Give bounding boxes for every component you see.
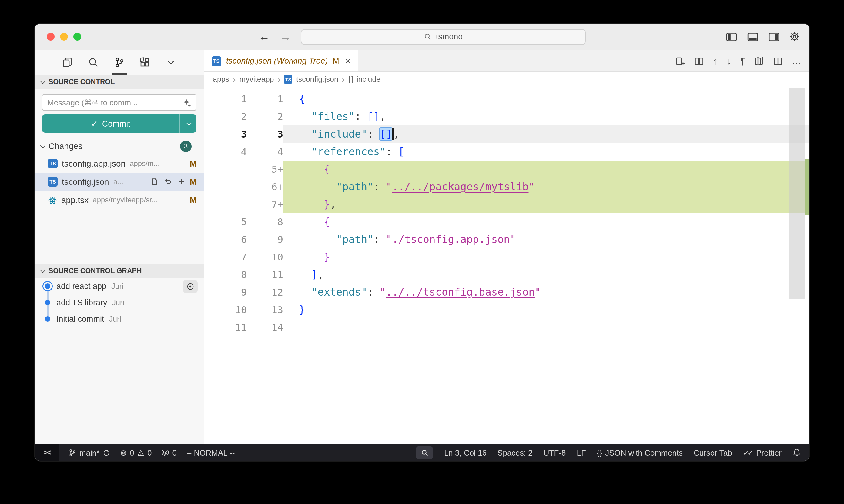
chevron-right-icon: › <box>233 74 236 84</box>
source-control-header[interactable]: SOURCE CONTROL <box>35 74 204 89</box>
goto-commit-button[interactable] <box>183 280 198 293</box>
source-control-graph-header[interactable]: SOURCE CONTROL GRAPH <box>35 264 204 278</box>
back-icon[interactable]: ← <box>258 31 270 42</box>
breadcrumb-item-include[interactable]: include <box>357 75 380 84</box>
file-path-link[interactable]: ./tsconfig.app.json <box>392 233 510 245</box>
code-line[interactable]: 33 "include": [], <box>204 125 809 143</box>
breadcrumb-item-myviteapp[interactable]: myviteapp <box>240 75 274 84</box>
close-window-button[interactable] <box>47 33 55 41</box>
language-mode-indicator[interactable]: {} JSON with Comments <box>597 448 683 457</box>
commit-message: add TS library <box>56 298 107 307</box>
code-text: "path": "../../packages/mytslib" <box>283 178 809 196</box>
explorer-icon[interactable] <box>59 50 76 74</box>
code-line[interactable]: 811 ], <box>204 266 809 284</box>
more-actions-icon[interactable]: … <box>792 56 801 66</box>
changes-section-header[interactable]: Changes 3 <box>35 138 204 155</box>
split-editor-icon[interactable] <box>773 56 783 66</box>
pilcrow-whitespace-icon[interactable]: ¶ <box>740 56 745 66</box>
problems-indicator[interactable]: ⊗0 ⚠0 <box>120 448 152 457</box>
minimize-window-button[interactable] <box>60 33 68 41</box>
split-diff-icon[interactable] <box>694 56 704 66</box>
previous-change-icon[interactable]: ↑ <box>713 56 718 66</box>
cursor-tab-indicator[interactable]: Cursor Tab <box>694 448 732 457</box>
formatter-indicator[interactable]: ✓✓ Prettier <box>743 448 781 457</box>
commit-graph-row[interactable]: add TS libraryJuri <box>35 294 204 311</box>
forward-icon[interactable]: → <box>279 31 291 42</box>
code-text: "include": [], <box>283 125 809 143</box>
sync-icon <box>103 449 111 456</box>
scm-file-row[interactable]: app.tsxapps/myviteapp/sr...M <box>35 191 204 209</box>
formatter-label: Prettier <box>756 448 781 457</box>
code-line[interactable]: 11{ <box>204 90 809 108</box>
code-lines: 11{22 "files": [],33 "include": [],44 "r… <box>204 90 809 336</box>
eol-indicator[interactable]: LF <box>576 448 586 457</box>
discard-changes-icon[interactable] <box>164 178 172 186</box>
command-center-search[interactable]: tsmono <box>301 29 586 44</box>
remote-indicator[interactable]: >< <box>35 444 59 461</box>
commit-message-placeholder: Message (⌘⏎ to comm... <box>47 98 178 107</box>
commit-graph-row[interactable]: add react appJuri <box>35 278 204 294</box>
zoom-indicator[interactable] <box>416 446 433 459</box>
encoding-indicator[interactable]: UTF-8 <box>544 448 566 457</box>
search-view-icon[interactable] <box>85 50 102 74</box>
tab-close-icon[interactable]: × <box>345 56 350 66</box>
scm-file-row[interactable]: TStsconfig.jsona...M <box>35 173 204 191</box>
commit-graph-row[interactable]: Initial commitJuri <box>35 311 204 327</box>
vim-mode-indicator[interactable]: -- NORMAL -- <box>187 448 235 457</box>
commit-message-input[interactable]: Message (⌘⏎ to comm... <box>42 94 196 111</box>
maximize-window-button[interactable] <box>73 33 81 41</box>
scm-file-row[interactable]: TStsconfig.app.jsonapps/m...M <box>35 155 204 173</box>
code-editor[interactable]: 11{22 "files": [],33 "include": [],44 "r… <box>204 87 809 444</box>
ports-indicator[interactable]: 0 <box>161 448 177 457</box>
code-line[interactable]: 912 "extends": "../../tsconfig.base.json… <box>204 284 809 301</box>
code-line[interactable]: 710 } <box>204 248 809 266</box>
notifications-bell-icon[interactable] <box>792 448 801 457</box>
editor-group: TS tsconfig.json (Working Tree) M × ↑ ↓ … <box>204 50 809 444</box>
next-change-icon[interactable]: ↓ <box>727 56 731 66</box>
search-icon <box>424 33 432 41</box>
search-value: tsmono <box>436 32 463 41</box>
source-control-view-icon[interactable] <box>111 50 127 74</box>
code-line[interactable]: 69 "path": "./tsconfig.app.json" <box>204 231 809 248</box>
cursor-position-indicator[interactable]: Ln 3, Col 16 <box>444 448 486 457</box>
breadcrumb-item-apps[interactable]: apps <box>213 75 229 84</box>
code-line[interactable]: 58 { <box>204 213 809 231</box>
indentation-indicator[interactable]: Spaces: 2 <box>498 448 533 457</box>
new-line-number: 4 <box>247 143 283 161</box>
toggle-panel-icon[interactable] <box>747 32 758 41</box>
old-line-number: 7 <box>204 248 247 266</box>
cursor-tab-label: Cursor Tab <box>694 448 732 457</box>
file-path-link[interactable]: ../../packages/mytslib <box>392 181 529 193</box>
old-line-number <box>204 196 247 213</box>
code-line[interactable]: 5+ { <box>204 161 809 178</box>
minimap-icon[interactable] <box>754 56 764 66</box>
code-line[interactable]: 1114 <box>204 319 809 336</box>
file-path-link[interactable]: ../../tsconfig.base.json <box>386 286 535 298</box>
commit-button[interactable]: ✓ Commit <box>42 114 196 133</box>
toggle-sidebar-right-icon[interactable] <box>768 32 780 41</box>
extensions-view-icon[interactable] <box>137 50 154 74</box>
more-views-chevron-icon[interactable] <box>162 50 179 74</box>
code-line[interactable]: 44 "references": [ <box>204 143 809 161</box>
sparkle-icon[interactable] <box>182 98 191 107</box>
open-file-icon[interactable] <box>150 178 159 186</box>
open-changes-icon[interactable] <box>675 56 685 66</box>
vim-mode-label: -- NORMAL -- <box>187 448 235 457</box>
code-line[interactable]: 1013} <box>204 301 809 319</box>
toggle-sidebar-left-icon[interactable] <box>726 32 737 41</box>
code-line[interactable]: 22 "files": [], <box>204 108 809 125</box>
stage-changes-icon[interactable] <box>177 178 186 186</box>
git-status-modified: M <box>190 159 196 168</box>
branch-indicator[interactable]: main* <box>69 448 111 457</box>
new-line-number: 11 <box>247 266 283 284</box>
code-line[interactable]: 6+ "path": "../../packages/mytslib" <box>204 178 809 196</box>
old-line-number: 10 <box>204 301 247 319</box>
commit-dropdown-button[interactable] <box>179 114 196 133</box>
chevron-down-icon <box>40 143 46 148</box>
settings-gear-icon[interactable] <box>789 32 800 42</box>
tab-tsconfig-working-tree[interactable]: TS tsconfig.json (Working Tree) M × <box>204 50 358 71</box>
titlebar: ← → tsmono <box>35 24 809 50</box>
scrollbar-thumb[interactable] <box>789 88 805 299</box>
breadcrumb-item-tsconfig[interactable]: tsconfig.json <box>296 75 338 84</box>
code-line[interactable]: 7+ }, <box>204 196 809 213</box>
